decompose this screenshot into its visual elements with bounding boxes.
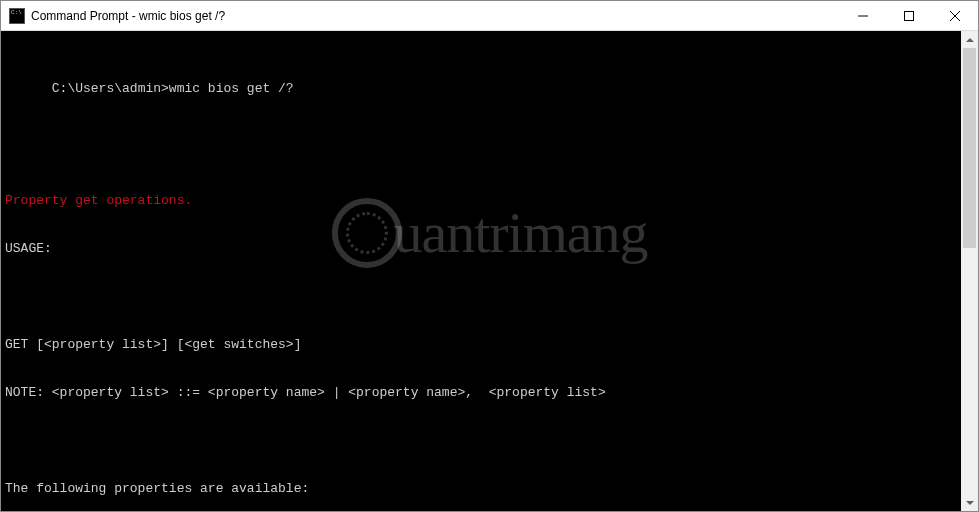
watermark-logo-icon — [331, 198, 401, 268]
command-text: wmic bios get /? — [169, 81, 294, 96]
usage-label: USAGE: — [5, 241, 978, 257]
maximize-button[interactable] — [886, 1, 932, 30]
scroll-track[interactable] — [961, 48, 978, 494]
svg-rect-0 — [905, 11, 914, 20]
command-prompt-window: Command Prompt - wmic bios get /? C:\Use… — [0, 0, 979, 512]
note-line: NOTE: <property list> ::= <property name… — [5, 385, 978, 401]
scroll-thumb[interactable] — [963, 48, 976, 248]
minimize-button[interactable] — [840, 1, 886, 30]
close-button[interactable] — [932, 1, 978, 30]
terminal-output[interactable]: C:\Users\admin>wmic bios get /? Property… — [1, 31, 978, 511]
cmd-icon — [9, 8, 25, 24]
section-heading: Property get operations. — [5, 193, 978, 209]
syntax-line: GET [<property list>] [<get switches>] — [5, 337, 978, 353]
watermark: uantrimang — [331, 198, 647, 268]
scrollbar[interactable] — [961, 31, 978, 511]
titlebar[interactable]: Command Prompt - wmic bios get /? — [1, 1, 978, 31]
window-title: Command Prompt - wmic bios get /? — [31, 9, 840, 23]
scroll-down-icon[interactable] — [961, 494, 978, 511]
prompt-path: C:\Users\admin> — [52, 81, 169, 96]
scroll-up-icon[interactable] — [961, 31, 978, 48]
window-controls — [840, 1, 978, 30]
available-label: The following properties are available: — [5, 481, 978, 497]
